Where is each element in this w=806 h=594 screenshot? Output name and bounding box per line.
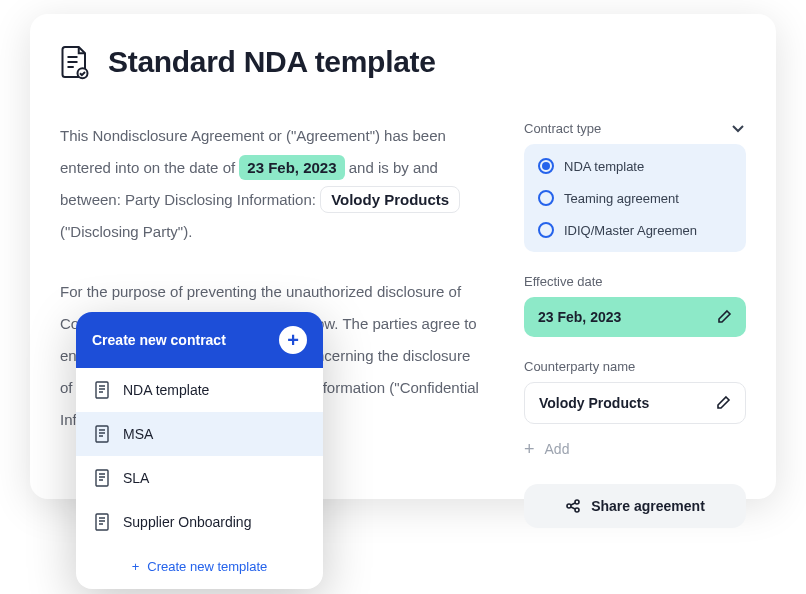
radio-icon [538, 222, 554, 238]
radio-icon [538, 158, 554, 174]
template-icon [94, 425, 110, 443]
effective-date-field[interactable]: 23 Feb, 2023 [524, 297, 746, 337]
dropdown-item-nda-template[interactable]: NDA template [76, 368, 323, 412]
effective-date-label: Effective date [524, 274, 603, 289]
add-button[interactable]: + Add [524, 440, 746, 458]
radio-idiq-master[interactable]: IDIQ/Master Agreemen [538, 222, 732, 238]
edit-icon [715, 395, 731, 411]
plus-icon: + [132, 559, 140, 574]
share-icon [565, 498, 581, 514]
svg-rect-5 [96, 426, 108, 442]
party-chip[interactable]: Volody Products [320, 186, 460, 213]
sidebar: Contract type NDA template Teaming agree… [524, 120, 746, 528]
create-new-template-button[interactable]: + Create new template [76, 544, 323, 589]
contract-type-options: NDA template Teaming agreement IDIQ/Mast… [524, 144, 746, 252]
svg-rect-6 [96, 470, 108, 486]
header: Standard NDA template [60, 44, 746, 80]
svg-point-2 [575, 500, 579, 504]
body-text: ("Disclosing Party"). [60, 223, 192, 240]
radio-teaming-agreement[interactable]: Teaming agreement [538, 190, 732, 206]
date-highlight[interactable]: 23 Feb, 2023 [239, 155, 344, 180]
template-icon [94, 381, 110, 399]
page-title: Standard NDA template [108, 45, 436, 79]
counterparty-label: Counterparty name [524, 359, 635, 374]
svg-rect-7 [96, 514, 108, 530]
radio-nda-template[interactable]: NDA template [538, 158, 732, 174]
template-icon [94, 469, 110, 487]
create-contract-dropdown: Create new contract + NDA template MSA S… [76, 312, 323, 589]
chevron-down-icon [730, 120, 746, 136]
plus-icon: + [524, 440, 535, 458]
plus-circle-icon: + [279, 326, 307, 354]
dropdown-item-supplier-onboarding[interactable]: Supplier Onboarding [76, 500, 323, 544]
svg-point-1 [567, 504, 571, 508]
radio-icon [538, 190, 554, 206]
share-agreement-button[interactable]: Share agreement [524, 484, 746, 528]
template-icon [94, 513, 110, 531]
dropdown-item-msa[interactable]: MSA [76, 412, 323, 456]
dropdown-item-sla[interactable]: SLA [76, 456, 323, 500]
create-contract-header[interactable]: Create new contract + [76, 312, 323, 368]
contract-type-label[interactable]: Contract type [524, 120, 746, 136]
svg-point-3 [575, 508, 579, 512]
counterparty-field[interactable]: Volody Products [524, 382, 746, 424]
document-icon [60, 44, 90, 80]
svg-rect-4 [96, 382, 108, 398]
edit-icon [716, 309, 732, 325]
